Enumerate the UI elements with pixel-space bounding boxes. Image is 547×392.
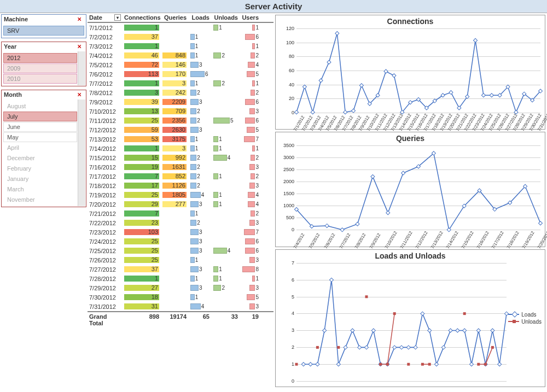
table-row[interactable]: 7/4/201246848122 (88, 51, 274, 60)
svg-rect-65 (421, 312, 424, 315)
clear-filter-icon[interactable]: ⨯ (77, 43, 84, 50)
svg-rect-52 (329, 278, 333, 282)
table-row[interactable]: 7/1/2012111 (88, 23, 274, 32)
svg-rect-79 (316, 346, 319, 349)
slicer-item[interactable]: November (3, 195, 77, 204)
col-header-users[interactable]: Users (240, 13, 260, 22)
grand-total-row: Grand Total 898 19174 65 33 19 (88, 311, 274, 327)
table-row[interactable]: 7/9/201239220936 (88, 97, 274, 107)
svg-rect-11 (384, 69, 388, 73)
table-row[interactable]: 7/26/20122513 (88, 255, 274, 265)
svg-rect-51 (323, 329, 327, 332)
slicer-item[interactable]: May (3, 132, 77, 142)
svg-rect-58 (371, 329, 375, 332)
col-header-loads[interactable]: Loads (188, 13, 211, 22)
table-row[interactable]: 7/20/201229277314 (88, 200, 274, 209)
table-row[interactable]: 7/16/201219163123 (88, 162, 274, 172)
svg-rect-86 (421, 363, 424, 366)
page-title: Server Activity (0, 0, 547, 13)
slicer-item[interactable]: August (3, 101, 77, 111)
table-row[interactable]: 7/31/20123143 (88, 302, 274, 311)
svg-rect-37 (386, 211, 390, 215)
table-row[interactable]: 7/23/201210337 (88, 227, 274, 237)
dropdown-icon[interactable]: ▾ (114, 14, 121, 21)
svg-rect-5 (335, 31, 339, 35)
svg-rect-36 (371, 175, 375, 179)
svg-rect-56 (358, 346, 362, 349)
table-row[interactable]: 7/24/20122536 (88, 237, 274, 246)
svg-rect-54 (344, 346, 347, 349)
slicer-item[interactable]: 2012 (3, 53, 77, 63)
slicer-item[interactable]: February (3, 163, 77, 173)
scrollbar[interactable] (78, 51, 85, 85)
grand-total-queries: 19174 (161, 312, 188, 327)
table-row[interactable]: 7/25/201225346 (88, 246, 274, 255)
chart-title: Loads and Unloads (276, 250, 545, 260)
table-row[interactable]: 7/11/2012252356256 (88, 116, 274, 125)
table-row[interactable]: 7/6/201211317065 (88, 69, 274, 79)
svg-rect-64 (414, 346, 417, 349)
table-row[interactable]: 7/22/20122323 (88, 218, 274, 227)
grand-total-connections: 898 (123, 312, 161, 327)
table-row[interactable]: 7/14/201213111 (88, 144, 274, 153)
table-header: Date ▾ Connections Queries Loads Unloads… (88, 13, 274, 23)
svg-rect-71 (463, 329, 467, 332)
chart-queries[interactable]: Queries 05001000150020002500300035007/4/… (275, 132, 545, 247)
chart-legend: Loads Unloads (508, 311, 542, 326)
svg-rect-91 (491, 346, 494, 349)
clear-filter-icon[interactable]: ⨯ (77, 91, 84, 98)
slicer-item[interactable]: 2009 (3, 63, 77, 73)
svg-rect-23 (481, 93, 485, 97)
table-row[interactable]: 7/28/20121111 (88, 274, 274, 283)
slicer-item[interactable]: April (3, 143, 77, 153)
slicer-item[interactable]: March (3, 184, 77, 194)
slicer-item[interactable]: January (3, 174, 77, 184)
svg-rect-85 (407, 363, 410, 366)
grand-total-label: Grand Total (88, 312, 123, 327)
clear-filter-icon[interactable]: ⨯ (77, 16, 84, 22)
table-row[interactable]: 7/30/20121815 (88, 292, 274, 302)
svg-rect-82 (379, 363, 382, 366)
table-row[interactable]: 7/18/201217112623 (88, 181, 274, 190)
chart-connections[interactable]: Connections 0204060801001207/1/20127/2/2… (275, 15, 545, 130)
chart-title: Connections (276, 15, 545, 26)
svg-rect-63 (406, 346, 410, 349)
slicer-item[interactable]: 2010 (3, 74, 77, 84)
table-row[interactable]: 7/19/2012251805414 (88, 190, 274, 200)
table-row[interactable]: 7/5/20127214634 (88, 60, 274, 69)
scrollbar[interactable] (78, 100, 85, 206)
table-row[interactable]: 7/27/201237318 (88, 265, 274, 274)
col-header-unloads[interactable]: Unloads (211, 13, 240, 22)
svg-rect-38 (401, 171, 405, 175)
col-header-connections[interactable]: Connections (123, 13, 161, 22)
slicer-item[interactable]: SRV (3, 26, 84, 36)
svg-rect-4 (327, 60, 331, 64)
table-row[interactable]: 7/7/201213121 (88, 79, 274, 88)
svg-rect-80 (337, 346, 340, 349)
slicer-item[interactable]: July (3, 112, 77, 121)
grand-total-loads: 65 (188, 312, 211, 327)
table-row[interactable]: 7/8/2012324222 (88, 88, 274, 97)
table-row[interactable]: 7/21/2012712 (88, 209, 274, 218)
slicer-item[interactable]: June (3, 122, 77, 132)
table-row[interactable]: 7/10/20121370923 (88, 107, 274, 116)
table-row[interactable]: 7/15/201215992242 (88, 153, 274, 162)
chart-loads-unloads[interactable]: Loads and Unloads 01234567 Loads Unloads (275, 249, 545, 387)
svg-rect-22 (474, 38, 478, 42)
table-row[interactable]: 7/3/2012111 (88, 42, 274, 51)
table-row[interactable]: 7/29/201227323 (88, 283, 274, 292)
table-row[interactable]: 7/13/2012533175117 (88, 134, 274, 144)
svg-rect-47 (538, 221, 542, 225)
table-row[interactable]: 7/17/20127852212 (88, 172, 274, 181)
table-row[interactable]: 7/2/20123716 (88, 32, 274, 42)
svg-rect-49 (309, 362, 312, 366)
svg-rect-33 (325, 224, 329, 228)
table-row[interactable]: 7/12/201259263035 (88, 125, 274, 134)
svg-rect-6 (344, 110, 347, 114)
svg-rect-75 (491, 329, 494, 332)
col-header-queries[interactable]: Queries (161, 13, 188, 22)
svg-rect-50 (316, 362, 319, 366)
slicer-item[interactable]: December (3, 153, 77, 163)
legend-unloads: Unloads (521, 319, 542, 325)
slicer-month: Month ⨯ AugustJulyJuneMayAprilDecemberFe… (1, 90, 86, 207)
